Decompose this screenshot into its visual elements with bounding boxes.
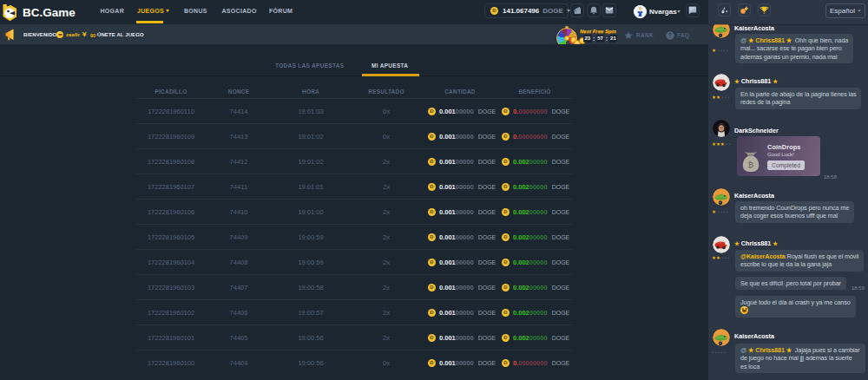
svg-text:?: ? — [668, 32, 672, 38]
svg-text:₿: ₿ — [748, 161, 754, 169]
